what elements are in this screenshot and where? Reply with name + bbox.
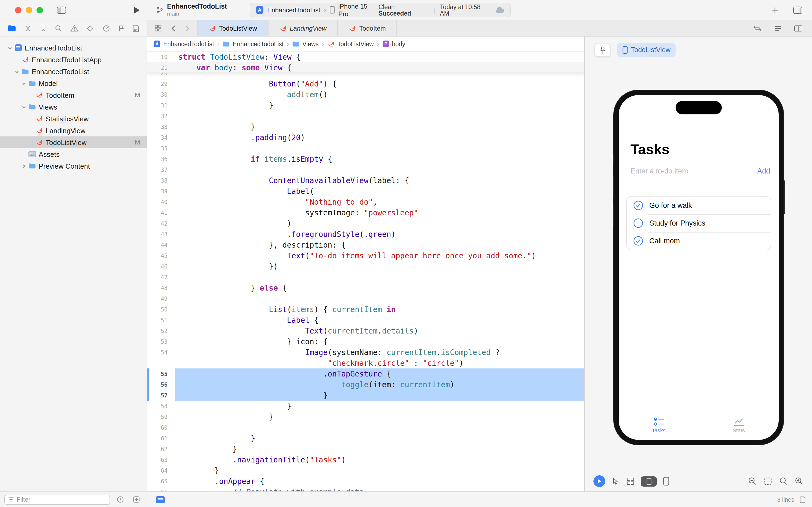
minimize-window-button[interactable] <box>26 7 32 13</box>
selectable-mode-button[interactable] <box>611 476 620 486</box>
code-line-55[interactable]: 55 .onTapGesture { <box>147 369 584 379</box>
code-line-57[interactable]: 57 } <box>147 390 584 401</box>
code-line-48[interactable]: 48 } else { <box>147 282 584 293</box>
device-button[interactable] <box>662 476 670 487</box>
code-line-44[interactable]: 44 }, description: { <box>147 239 584 250</box>
code-line-31[interactable]: 31 } <box>147 100 584 111</box>
activity-view[interactable]: A EnhancedTodoList › iPhone 15 Pro Clean… <box>249 3 511 17</box>
disclosure-right-icon[interactable] <box>20 164 27 168</box>
code-line-61[interactable]: 61 } <box>147 433 584 444</box>
code-line-49[interactable]: 49 <box>147 293 584 304</box>
code-line-33[interactable]: 33 } <box>147 121 584 132</box>
code-line-60[interactable]: 60 <box>147 422 584 433</box>
code-line-40[interactable]: 40 "Nothing to do", <box>147 196 584 207</box>
navigator-item-enhancedtodolistapp[interactable]: EnhancedTodoListApp <box>0 54 147 65</box>
navigator-item-model[interactable]: Model <box>0 77 147 89</box>
navigator-item-enhancedtodolist[interactable]: EnhancedTodoList <box>0 42 147 54</box>
code-line-wrap[interactable]: "checkmark.circle" : "circle") <box>147 358 584 369</box>
breakpoints-navigator-tab[interactable] <box>117 23 126 33</box>
code-line-66[interactable]: 66 // Populate with example data <box>147 487 584 492</box>
code-line-43[interactable]: 43 .foregroundStyle(.green) <box>147 229 584 239</box>
navigator-item-preview-content[interactable]: Preview Content <box>0 160 147 172</box>
code-line-21[interactable]: 21 var body: some View { <box>147 62 584 73</box>
code-line-65[interactable]: 65 .onAppear { <box>147 476 584 487</box>
navigator-item-assets[interactable]: Assets <box>0 148 147 160</box>
disclosure-down-icon[interactable] <box>6 45 13 50</box>
go-forward-button[interactable] <box>183 23 192 34</box>
code-line-10[interactable]: 10struct TodoListView: View { <box>147 52 584 62</box>
close-window-button[interactable] <box>15 7 21 13</box>
breadcrumb-item-enhancedtodolist[interactable]: EnhancedTodoList <box>223 41 284 47</box>
toggle-navigator-button[interactable] <box>55 4 68 16</box>
run-destination[interactable]: iPhone 15 Pro <box>338 2 379 17</box>
zoom-out-button[interactable] <box>747 476 758 487</box>
code-line-36[interactable]: 36 if items.isEmpty { <box>147 154 584 164</box>
editor-tab-todoitem[interactable]: TodoItem <box>338 20 397 36</box>
zoom-fit-button[interactable] <box>763 476 773 487</box>
todo-item[interactable]: Go for a walk <box>627 196 771 214</box>
navigator-item-statisticsview[interactable]: StatisticsView <box>0 113 147 125</box>
navigator-item-todoitem[interactable]: TodoItemM <box>0 89 147 101</box>
tests-navigator-tab[interactable] <box>85 23 95 33</box>
disclosure-down-icon[interactable] <box>20 105 27 109</box>
phone-tab-stats[interactable]: Stats <box>699 411 779 440</box>
code-line-63[interactable]: 63 .navigationTitle("Tasks") <box>147 454 584 465</box>
breadcrumb-item-enhancedtodolist[interactable]: AEnhancedTodoList <box>154 40 214 47</box>
filter-field[interactable]: Filter <box>4 494 110 505</box>
filter-scm-button[interactable] <box>130 494 142 505</box>
source-editor[interactable]: 10struct TodoListView: View {21 var body… <box>147 52 584 492</box>
code-line-32[interactable]: 32 <box>147 111 584 121</box>
go-back-button[interactable] <box>169 23 178 34</box>
related-items-button[interactable] <box>153 22 164 34</box>
code-line-54[interactable]: 54 Image(systemName: currentItem.isCompl… <box>147 347 584 358</box>
navigator-item-landingview[interactable]: LandingView <box>0 125 147 136</box>
code-line-50[interactable]: 50 List(items) { currentItem in <box>147 304 584 315</box>
code-line-62[interactable]: 62 } <box>147 444 584 454</box>
swap-editor-button[interactable] <box>751 23 764 34</box>
preview-target-chip[interactable]: TodoListView <box>617 43 676 57</box>
code-line-41[interactable]: 41 systemImage: "powersleep" <box>147 207 584 218</box>
todo-input-placeholder[interactable]: Enter a to-do item <box>631 167 688 175</box>
project-navigator-tab[interactable] <box>6 23 17 33</box>
minimap-button[interactable] <box>772 23 784 34</box>
issues-navigator-tab[interactable] <box>69 23 79 33</box>
device-settings-button[interactable] <box>641 476 657 486</box>
add-todo-button[interactable]: Add <box>757 167 770 175</box>
code-line-45[interactable]: 45 Text("To-do items will appear here on… <box>147 250 584 261</box>
pin-preview-button[interactable] <box>594 43 611 57</box>
code-line-34[interactable]: 34 .padding(20) <box>147 132 584 143</box>
code-line-29[interactable]: 29 Button("Add") { <box>147 78 584 89</box>
disclosure-down-icon[interactable] <box>20 81 27 86</box>
scheme-name[interactable]: EnhancedTodoList <box>267 6 321 14</box>
phone-tab-tasks[interactable]: Tasks <box>619 411 699 440</box>
code-line-58[interactable]: 58 } <box>147 401 584 411</box>
find-navigator-tab[interactable] <box>54 23 63 33</box>
debug-navigator-tab[interactable] <box>101 23 111 33</box>
breadcrumb-item-body[interactable]: Pbody <box>382 40 405 47</box>
code-line-38[interactable]: 38 ContentUnavailableView(label: { <box>147 175 584 186</box>
code-line-51[interactable]: 51 Label { <box>147 315 584 326</box>
code-line-64[interactable]: 64 } <box>147 465 584 476</box>
editor-tab-todolistview[interactable]: TodoListView <box>197 20 268 36</box>
navigator-item-views[interactable]: Views <box>0 101 147 113</box>
code-line-37[interactable]: 37 <box>147 164 584 175</box>
bookmarks-navigator-tab[interactable] <box>39 23 48 33</box>
editor-tab-landingview[interactable]: LandingView <box>268 20 338 36</box>
breadcrumb-item-todolistview[interactable]: TodoListView <box>327 40 374 48</box>
filter-recent-button[interactable] <box>114 494 126 505</box>
code-line-46[interactable]: 46 }) <box>147 261 584 272</box>
navigator-item-enhancedtodolist[interactable]: EnhancedTodoList <box>0 65 147 77</box>
breadcrumb-item-views[interactable]: Views <box>292 41 319 47</box>
navigator-item-todolistview[interactable]: TodoListViewM <box>0 136 147 148</box>
source-control-navigator-tab[interactable] <box>23 23 33 33</box>
zoom-in-button[interactable] <box>794 476 805 487</box>
code-line-39[interactable]: 39 Label( <box>147 186 584 196</box>
code-line-56[interactable]: 56 toggle(item: currentItem) <box>147 379 584 390</box>
todo-item[interactable]: Study for Physics <box>627 214 771 232</box>
add-editor-button[interactable] <box>769 5 780 15</box>
live-preview-button[interactable] <box>593 475 605 487</box>
code-line-59[interactable]: 59 } <box>147 411 584 422</box>
code-line-53[interactable]: 53 } icon: { <box>147 336 584 347</box>
editor-options-button[interactable] <box>154 494 167 505</box>
code-line-30[interactable]: 30 addItem() <box>147 89 584 100</box>
